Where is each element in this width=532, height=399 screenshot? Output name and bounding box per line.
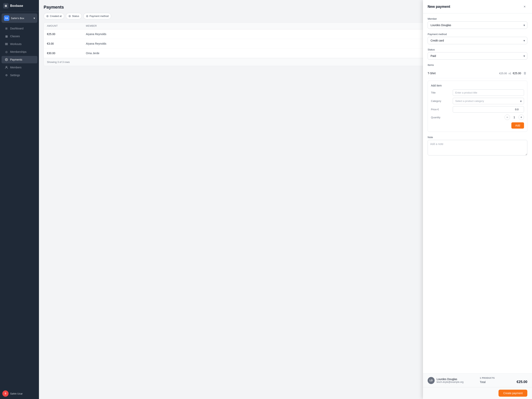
summary-bar: LD Lourdes Douglas lesch.doyle@example.o…	[423, 374, 532, 387]
sidebar-item-memberships[interactable]: ◎ Memberships	[1, 48, 37, 56]
price-row: Price €	[431, 106, 524, 113]
filter-created-at[interactable]: ⊕ Created at	[44, 13, 64, 19]
item-quantity: x1	[508, 72, 511, 75]
title-input[interactable]	[453, 90, 524, 96]
memberships-icon: ◎	[5, 50, 8, 54]
close-button[interactable]: ×	[522, 4, 527, 9]
category-label: Category	[431, 100, 450, 103]
summary-total-row: Total €25.00	[480, 380, 527, 384]
workouts-icon	[5, 42, 8, 46]
bottom-user-avatar: S	[2, 390, 9, 397]
new-payment-panel: New payment × Member Lourdes Douglas ▾ P…	[423, 0, 532, 399]
title-row: Title	[431, 90, 524, 96]
summary-products: 1 PRODUCTS Total €25.00	[480, 377, 527, 384]
sidebar-item-label: Workouts	[10, 42, 22, 45]
panel-title: New payment	[428, 5, 450, 9]
status-field: Status Paid ▾	[428, 48, 527, 60]
app-logo: ⊞ Boxbase	[0, 0, 39, 12]
note-section: Note	[428, 136, 527, 156]
panel-body: Member Lourdes Douglas ▾ Payment method …	[423, 13, 532, 373]
settings-icon: ⚙	[5, 73, 8, 77]
plus-icon: ⊕	[46, 14, 49, 18]
quantity-increase-button[interactable]: +	[519, 115, 524, 120]
status-select-wrapper: Paid ▾	[428, 52, 527, 60]
svg-rect-0	[5, 43, 8, 44]
panel-header: New payment ×	[423, 0, 532, 13]
payment-method-select-wrapper: Credit card ▾	[428, 37, 527, 44]
svg-point-4	[6, 66, 7, 67]
row-amount: €30.00	[47, 52, 86, 55]
price-label: Price €	[431, 108, 450, 111]
items-label: Items	[428, 64, 527, 66]
add-item-title: Add item	[431, 84, 524, 87]
note-textarea[interactable]	[428, 140, 527, 155]
summary-avatar: LD	[428, 377, 435, 384]
user-avatar: SA	[4, 15, 9, 21]
summary-member: LD Lourdes Douglas lesch.doyle@example.o…	[428, 377, 475, 384]
title-label: Title	[431, 91, 450, 94]
sidebar-item-workouts[interactable]: Workouts	[1, 40, 37, 48]
status-label: Status	[428, 48, 527, 51]
sidebar-item-label: Memberships	[10, 50, 26, 53]
item-total: €25.00	[513, 72, 521, 75]
quantity-control: − 1 +	[453, 115, 524, 120]
logo-icon: ⊞	[3, 3, 9, 9]
member-select[interactable]: Lourdes Douglas	[428, 21, 527, 29]
svg-rect-1	[5, 44, 8, 44]
add-item-box: Add item Title Category Select a product…	[428, 81, 527, 132]
sidebar: ⊞ Boxbase SA Sahin's Box ▾ ⊞ Dashboard ▦…	[0, 0, 39, 399]
filter-payment-method[interactable]: ⊕ Payment method	[83, 13, 111, 19]
main-nav: ⊞ Dashboard ▦ Classes Workouts ◎ Members…	[0, 24, 39, 79]
category-row: Category Select a product category ▾	[431, 98, 524, 104]
chevron-down-icon: ▾	[33, 16, 35, 20]
note-label: Note	[428, 136, 527, 139]
filter-label: Status	[72, 15, 79, 18]
sidebar-item-settings[interactable]: ⚙ Settings	[1, 71, 37, 79]
member-select-wrapper: Lourdes Douglas ▾	[428, 21, 527, 29]
summary-member-name: Lourdes Douglas	[437, 378, 463, 381]
add-item-button[interactable]: Add	[511, 122, 524, 129]
add-item-footer: Add	[431, 122, 524, 129]
payment-method-field: Payment method Credit card ▾	[428, 33, 527, 44]
sidebar-item-members[interactable]: Members	[1, 64, 37, 71]
delete-item-button[interactable]: 🗑	[523, 71, 527, 76]
app-name: Boxbase	[10, 4, 23, 8]
row-amount: €3.00	[47, 42, 86, 45]
member-label: Member	[428, 17, 527, 20]
footer-actions: Create payment	[423, 387, 532, 399]
quantity-row: Quantity − 1 +	[431, 115, 524, 120]
total-label: Total	[480, 380, 486, 384]
quantity-decrease-button[interactable]: −	[505, 115, 510, 120]
items-section: Items T-Shirt €25.00 x1 €25.00 🗑 Add ite…	[428, 64, 527, 132]
sidebar-item-classes[interactable]: ▦ Classes	[1, 32, 37, 40]
status-select[interactable]: Paid	[428, 52, 527, 60]
dashboard-icon: ⊞	[5, 27, 8, 30]
products-count-label: 1 PRODUCTS	[480, 377, 527, 379]
category-select[interactable]: Select a product category	[453, 98, 524, 104]
sidebar-item-label: Dashboard	[10, 27, 24, 30]
filter-label: Created at	[50, 15, 62, 18]
filter-status[interactable]: ⊕ Status	[66, 13, 82, 19]
payments-icon	[5, 58, 8, 61]
plus-icon: ⊕	[86, 14, 89, 18]
sidebar-item-label: Settings	[10, 74, 20, 77]
svg-rect-2	[5, 45, 8, 45]
member-field: Member Lourdes Douglas ▾	[428, 17, 527, 29]
sidebar-item-dashboard[interactable]: ⊞ Dashboard	[1, 25, 37, 32]
item-name: T-Shirt	[428, 72, 436, 75]
total-amount: €25.00	[517, 380, 527, 384]
item-unit-price: €25.00	[499, 72, 507, 75]
summary-member-email: lesch.doyle@example.org	[437, 381, 463, 383]
bottom-user-name: Sahin Ucar	[10, 392, 23, 395]
create-payment-button[interactable]: Create payment	[499, 390, 527, 397]
user-account-selector[interactable]: SA Sahin's Box ▾	[1, 13, 37, 23]
user-account-name: Sahin's Box	[11, 17, 32, 20]
plus-icon: ⊕	[68, 14, 71, 18]
filter-label: Payment method	[89, 15, 109, 18]
sidebar-item-label: Members	[10, 66, 21, 69]
row-amount: €25.00	[47, 32, 86, 36]
payment-method-select[interactable]: Credit card	[428, 37, 527, 44]
members-icon	[5, 66, 8, 69]
sidebar-item-payments[interactable]: Payments	[1, 56, 37, 63]
price-input[interactable]	[453, 106, 524, 113]
